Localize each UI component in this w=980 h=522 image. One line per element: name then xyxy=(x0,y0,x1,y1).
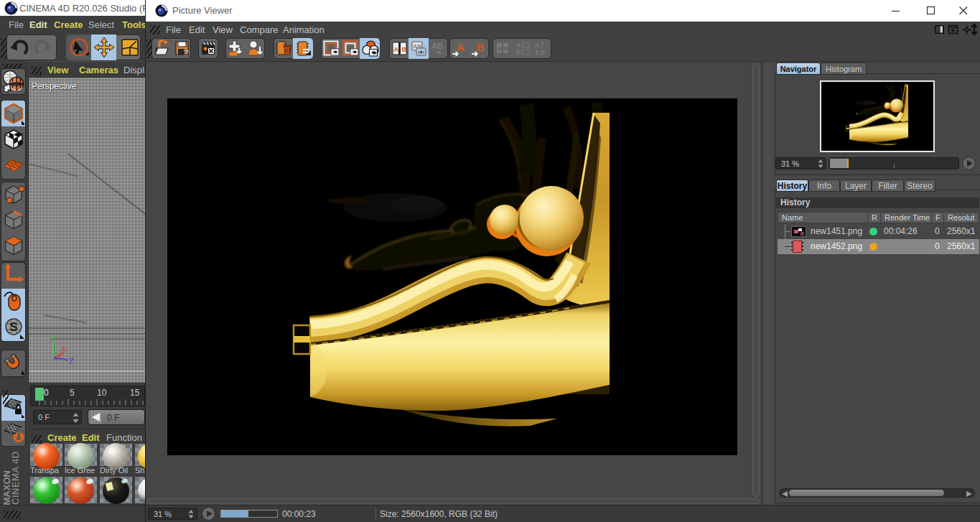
svg-text:A: A xyxy=(394,46,399,53)
svg-text:A: A xyxy=(516,42,521,49)
svg-text:X: X xyxy=(61,345,67,353)
svg-text:S: S xyxy=(10,321,18,333)
svg-text:Z: Z xyxy=(69,357,74,365)
svg-text:B: B xyxy=(516,49,521,56)
svg-text:A⇡: A⇡ xyxy=(535,42,545,49)
svg-text:AB: AB xyxy=(431,42,443,50)
svg-text:A: A xyxy=(457,41,465,53)
svg-text:A: A xyxy=(498,45,502,52)
svg-text:1:B: 1:B xyxy=(535,49,546,56)
svg-text:B: B xyxy=(402,46,407,53)
svg-text:Y: Y xyxy=(51,335,57,343)
svg-text:B: B xyxy=(504,45,508,52)
svg-text:?: ? xyxy=(183,47,189,57)
svg-text:B: B xyxy=(477,41,485,53)
